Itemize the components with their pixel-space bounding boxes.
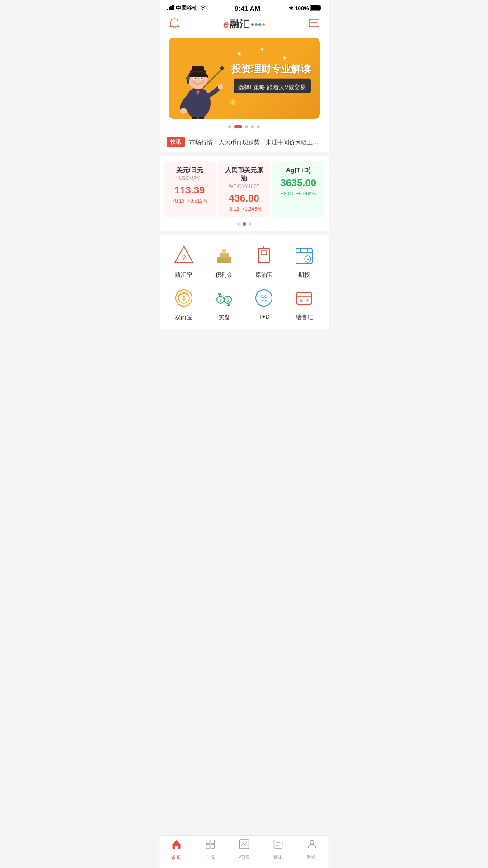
app-logo: e 融汇	[223, 18, 265, 31]
menu-grid: ? 猜汇率 积利金	[164, 244, 324, 321]
logo-dots	[251, 23, 265, 26]
svg-point-15	[194, 78, 196, 79]
menu-item-settlement[interactable]: ¥ $ 结售汇	[284, 286, 324, 321]
menu-item-bidirectional[interactable]: $ 双向宝	[164, 286, 204, 321]
settlement-icon: ¥ $	[292, 286, 316, 310]
gold-icon	[212, 244, 236, 267]
svg-rect-0	[167, 9, 168, 10]
status-right: ✱ 100%	[289, 5, 322, 12]
menu-item-options[interactable]: ★ 期权	[284, 244, 324, 279]
market-code-oil: WTICNY1807	[223, 184, 265, 189]
banner-dot-3[interactable]	[245, 125, 248, 128]
svg-text:?: ?	[182, 254, 186, 262]
bluetooth-icon: ✱	[289, 5, 293, 12]
banner-slide[interactable]: ★ ★ ★ ⭐ ✦	[169, 38, 320, 119]
market-change-usdjpy: +0.13 +0.512%	[169, 198, 211, 203]
menu-item-guess-rate[interactable]: ? 猜汇率	[164, 244, 204, 279]
svg-text:%: %	[260, 293, 267, 302]
svg-point-19	[186, 76, 190, 80]
logo-text: 融汇	[230, 18, 249, 31]
signal-icon	[167, 5, 174, 12]
market-price-oil: 436.80	[223, 193, 265, 204]
svg-rect-31	[222, 249, 226, 254]
menu-item-oil[interactable]: 原油宝	[244, 244, 284, 279]
svg-rect-7	[311, 5, 320, 10]
market-name-oil: 人民币美元原油	[223, 166, 265, 183]
news-ticker[interactable]: 快讯 市场行情：人民币再现跌势，未理中间价大幅上调到...	[160, 132, 329, 152]
svg-point-16	[201, 78, 202, 79]
svg-point-24	[218, 84, 223, 90]
banner-subtitle: 选择E策略 跟着大V做交易	[238, 83, 306, 91]
svg-text:€: €	[219, 298, 221, 302]
td-icon: %	[252, 286, 276, 310]
banner-content: 投资理财专业解读 选择E策略 跟着大V做交易	[231, 63, 311, 93]
svg-rect-26	[199, 117, 204, 119]
status-bar: 中国移动 9:41 AM ✱ 100%	[160, 0, 329, 14]
svg-point-17	[191, 80, 195, 84]
td-label: T+D	[258, 313, 270, 320]
svg-text:¥: ¥	[300, 298, 303, 303]
status-left: 中国移动	[167, 5, 206, 12]
banner-dot-5[interactable]	[257, 125, 260, 128]
banner-container[interactable]: ★ ★ ★ ⭐ ✦	[160, 36, 329, 121]
svg-text:$: $	[182, 295, 186, 302]
svg-point-18	[201, 80, 205, 84]
market-name-ag: Ag(T+D)	[277, 166, 319, 174]
news-badge: 快讯	[167, 137, 185, 147]
svg-rect-1	[169, 7, 170, 10]
gold-label: 积利金	[215, 271, 233, 279]
market-change-oil: +6.12 +1.345%	[223, 206, 265, 212]
menu-item-td[interactable]: % T+D	[244, 286, 284, 321]
svg-rect-50	[297, 292, 311, 304]
svg-text:★: ★	[306, 257, 310, 262]
live-trading-label: 实盘	[218, 313, 230, 321]
market-dot-1[interactable]	[237, 222, 240, 226]
market-card-ag[interactable]: Ag(T+D) 3635.00 −2.00 −0.062%	[272, 161, 324, 217]
svg-text:$: $	[226, 298, 229, 302]
banner-dots	[160, 121, 329, 132]
guess-rate-label: 猜汇率	[175, 271, 192, 279]
svg-rect-8	[309, 19, 319, 27]
battery-icon	[310, 5, 321, 12]
banner-character	[172, 47, 224, 119]
banner-title: 投资理财专业解读	[231, 63, 311, 75]
logo-e: e	[223, 19, 229, 30]
banner-dot-4[interactable]	[251, 125, 254, 128]
oil-icon	[252, 244, 276, 267]
market-code-usdjpy: USD/JPY	[169, 175, 211, 181]
message-icon[interactable]	[308, 18, 320, 31]
svg-point-22	[220, 66, 224, 70]
svg-rect-33	[261, 251, 267, 255]
market-card-usdjpy[interactable]: 美元/日元 USD/JPY 113.39 +0.13 +0.512%	[164, 161, 216, 217]
options-label: 期权	[298, 271, 310, 279]
settlement-label: 结售汇	[296, 313, 313, 321]
guess-rate-icon: ?	[172, 244, 196, 267]
app-header: e 融汇	[160, 14, 329, 36]
live-trading-icon: € $	[212, 286, 236, 310]
market-price-usdjpy: 113.39	[169, 184, 211, 196]
market-dot-2[interactable]	[243, 222, 246, 226]
svg-text:$: $	[306, 298, 309, 303]
menu-item-live-trading[interactable]: € $ 实盘	[204, 286, 244, 321]
banner-dot-1[interactable]	[228, 125, 231, 128]
svg-rect-25	[192, 117, 197, 119]
market-card-oil[interactable]: 人民币美元原油 WTICNY1807 436.80 +6.12 +1.345%	[218, 161, 270, 217]
market-dot-3[interactable]	[249, 222, 252, 226]
svg-rect-3	[172, 5, 174, 10]
market-name-usdjpy: 美元/日元	[169, 166, 211, 175]
svg-point-23	[180, 108, 187, 114]
banner-dot-2[interactable]	[234, 125, 242, 128]
bidirectional-label: 双向宝	[175, 313, 192, 321]
market-section: 美元/日元 USD/JPY 113.39 +0.13 +0.512% 人民币美元…	[160, 156, 329, 231]
battery-label: 100%	[295, 5, 309, 12]
svg-rect-2	[170, 6, 172, 10]
market-cards: 美元/日元 USD/JPY 113.39 +0.13 +0.512% 人民币美元…	[160, 161, 329, 217]
svg-rect-20	[187, 80, 189, 84]
wifi-icon	[199, 5, 206, 12]
options-icon: ★	[292, 244, 316, 267]
oil-label: 原油宝	[255, 271, 273, 279]
market-change-ag: −2.00 −0.062%	[277, 191, 319, 196]
bidirectional-icon: $	[172, 286, 196, 310]
notification-icon[interactable]	[169, 18, 180, 31]
menu-item-gold[interactable]: 积利金	[204, 244, 244, 279]
